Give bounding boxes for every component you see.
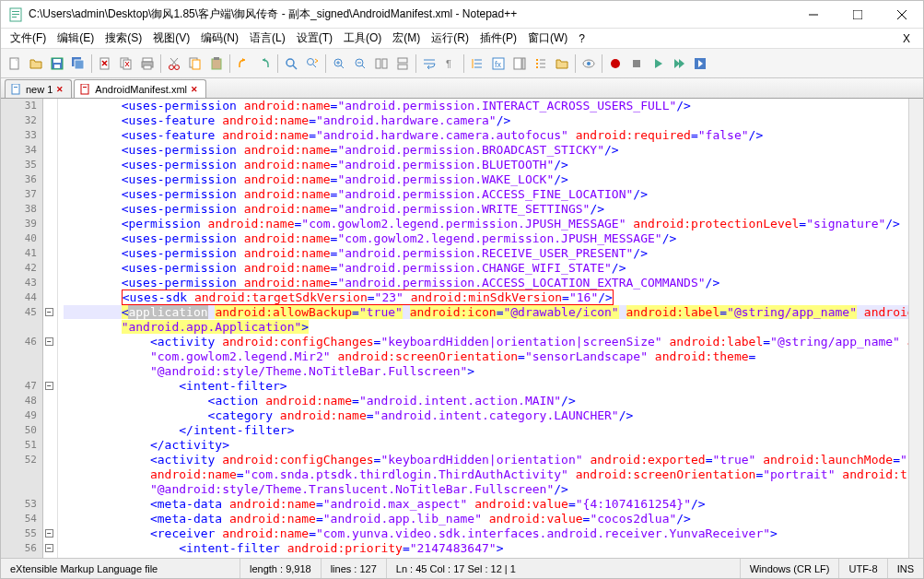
svg-rect-5 [853, 10, 862, 19]
svg-rect-46 [398, 65, 407, 69]
svg-rect-10 [53, 59, 61, 63]
tab-close-icon[interactable]: ✕ [191, 85, 200, 94]
menu-language[interactable]: 语言(L) [244, 29, 291, 48]
svg-rect-3 [12, 17, 17, 18]
file-icon [80, 84, 91, 95]
maximize-button[interactable] [844, 1, 871, 29]
cut-icon[interactable] [164, 53, 184, 74]
status-length: length : 9,918 [240, 559, 322, 578]
zoom-out-icon[interactable] [350, 53, 370, 74]
svg-rect-29 [193, 60, 200, 69]
svg-line-42 [362, 65, 365, 68]
sync-v-icon[interactable] [371, 53, 392, 74]
svg-rect-56 [514, 58, 521, 69]
svg-point-32 [287, 59, 294, 66]
tab-androidmanifest[interactable]: AndroidManifest.xml ✕ [74, 79, 206, 98]
menu-plugins[interactable]: 插件(P) [474, 29, 522, 48]
tab-new1[interactable]: new 1 ✕ [5, 79, 72, 98]
svg-rect-13 [75, 60, 84, 69]
save-icon[interactable] [47, 53, 67, 74]
print-icon[interactable] [137, 53, 158, 74]
copy-icon[interactable] [185, 53, 205, 74]
line-number-gutter: 3132333435363738394041424344454647484950… [1, 99, 43, 558]
svg-point-34 [308, 58, 314, 65]
new-file-icon[interactable] [5, 53, 25, 74]
tab-label: new 1 [26, 84, 53, 95]
status-eol: Windows (CR LF) [741, 559, 840, 578]
menu-macro[interactable]: 宏(M) [387, 29, 426, 48]
open-file-icon[interactable] [26, 53, 46, 74]
svg-line-35 [313, 65, 316, 67]
app-icon [8, 7, 23, 22]
play-macro-icon[interactable] [648, 53, 668, 74]
paste-icon[interactable] [206, 53, 227, 74]
editor-area[interactable]: 3132333435363738394041424344454647484950… [1, 99, 923, 558]
menu-tools[interactable]: 工具(O) [338, 29, 387, 48]
zoom-in-icon[interactable] [329, 53, 349, 74]
status-filetype: eXtensible Markup Language file [1, 559, 240, 578]
save-all-icon[interactable] [68, 53, 88, 74]
fold-toggle[interactable]: − [45, 529, 53, 538]
menu-encoding[interactable]: 编码(N) [195, 29, 244, 48]
indent-guide-icon[interactable] [467, 53, 487, 74]
menu-window[interactable]: 窗口(W) [522, 29, 573, 48]
lang-icon[interactable]: fx [488, 53, 509, 74]
svg-rect-21 [143, 58, 152, 62]
find-icon[interactable] [281, 53, 301, 74]
menu-settings[interactable]: 设置(T) [291, 29, 338, 48]
func-list-icon[interactable] [531, 53, 551, 74]
code-content[interactable]: <uses-permission android:name="android.p… [58, 99, 908, 558]
file-icon [11, 84, 22, 95]
save-macro-icon[interactable] [690, 53, 710, 74]
svg-rect-43 [376, 59, 380, 68]
menubar-close-button[interactable]: X [894, 30, 919, 47]
menu-help[interactable]: ? [573, 30, 591, 47]
svg-rect-23 [144, 65, 151, 69]
svg-rect-69 [12, 84, 19, 94]
svg-rect-2 [12, 14, 19, 15]
close-button[interactable] [888, 1, 916, 29]
monitor-icon[interactable] [579, 53, 599, 74]
svg-rect-30 [212, 59, 221, 69]
svg-text:fx: fx [495, 60, 502, 69]
svg-text:¶: ¶ [446, 58, 451, 69]
stop-macro-icon[interactable] [626, 53, 647, 74]
fold-toggle[interactable]: − [45, 308, 53, 316]
record-macro-icon[interactable] [605, 53, 626, 74]
menu-file[interactable]: 文件(F) [5, 29, 52, 48]
svg-rect-70 [14, 87, 18, 88]
fold-toggle[interactable]: − [45, 544, 53, 552]
svg-point-65 [587, 62, 591, 65]
undo-icon[interactable] [233, 53, 253, 74]
tab-label: AndroidManifest.xml [95, 84, 187, 95]
doc-map-icon[interactable] [509, 53, 530, 74]
close-file-icon[interactable] [95, 53, 115, 74]
svg-rect-72 [83, 87, 87, 88]
menu-edit[interactable]: 编辑(E) [52, 29, 99, 48]
vertical-scrollbar[interactable] [908, 99, 923, 558]
status-lines: lines : 127 [322, 559, 387, 578]
svg-rect-45 [398, 58, 407, 63]
svg-line-27 [170, 58, 177, 65]
fold-toggle[interactable]: − [45, 382, 53, 390]
menu-run[interactable]: 运行(R) [426, 29, 474, 48]
menubar: 文件(F) 编辑(E) 搜索(S) 视图(V) 编码(N) 语言(L) 设置(T… [1, 29, 923, 49]
word-wrap-icon[interactable] [419, 53, 439, 74]
svg-rect-11 [54, 65, 60, 68]
sync-h-icon[interactable] [392, 53, 413, 74]
fold-column[interactable]: −−−−− [43, 99, 58, 558]
menu-search[interactable]: 搜索(S) [99, 29, 147, 48]
menu-view[interactable]: 视图(V) [147, 29, 195, 48]
redo-icon[interactable] [254, 53, 275, 74]
svg-line-39 [341, 65, 344, 68]
play-multi-icon[interactable] [669, 53, 689, 74]
svg-rect-31 [214, 57, 219, 60]
close-all-icon[interactable] [116, 53, 136, 74]
minimize-button[interactable] [800, 1, 827, 29]
replace-icon[interactable] [302, 53, 322, 74]
folder-panel-icon[interactable] [552, 53, 572, 74]
show-all-chars-icon[interactable]: ¶ [440, 53, 461, 74]
tab-close-icon[interactable]: ✕ [56, 85, 65, 94]
svg-point-66 [611, 59, 620, 68]
fold-toggle[interactable]: − [45, 337, 53, 346]
